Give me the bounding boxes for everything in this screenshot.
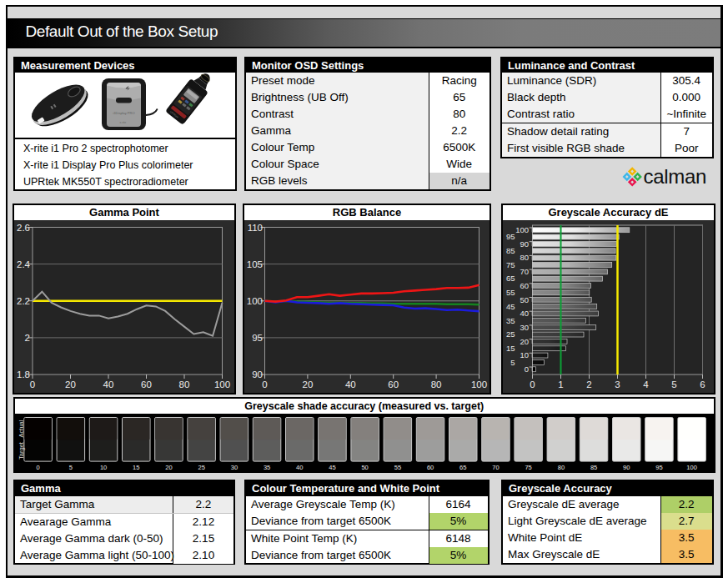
svg-text:5: 5: [68, 463, 72, 470]
svg-text:0: 0: [262, 379, 267, 390]
svg-text:55: 55: [394, 463, 400, 470]
svg-text:2.6: 2.6: [17, 223, 30, 233]
svg-text:95: 95: [506, 232, 515, 241]
svg-text:75: 75: [506, 260, 515, 269]
svg-text:70: 70: [492, 463, 499, 470]
svg-text:90: 90: [520, 239, 529, 249]
svg-text:100: 100: [214, 379, 230, 390]
svg-text:65: 65: [459, 463, 466, 470]
svg-text:20: 20: [520, 337, 529, 346]
svg-text:60: 60: [520, 281, 529, 290]
svg-text:75: 75: [525, 463, 531, 470]
svg-text:i1Display PRO: i1Display PRO: [113, 111, 135, 115]
svg-text:70: 70: [520, 267, 529, 276]
svg-text:x-rite: x-rite: [120, 121, 127, 124]
svg-text:45: 45: [329, 463, 335, 470]
svg-text:0: 0: [36, 463, 39, 470]
svg-text:85: 85: [506, 246, 515, 255]
svg-text:6: 6: [700, 379, 705, 390]
svg-text:80: 80: [431, 379, 442, 390]
svg-text:90: 90: [623, 463, 630, 470]
svg-text:Target: Target: [17, 441, 24, 460]
svg-text:30: 30: [520, 323, 529, 332]
svg-text:0: 0: [525, 364, 529, 374]
svg-text:calman: calman: [644, 166, 707, 188]
svg-text:100: 100: [686, 463, 697, 470]
svg-text:0: 0: [30, 379, 35, 390]
svg-text:110: 110: [248, 223, 263, 233]
svg-text:90: 90: [252, 369, 263, 379]
svg-text:80: 80: [520, 253, 529, 262]
svg-text:2.4: 2.4: [17, 259, 31, 269]
svg-text:1: 1: [558, 379, 563, 390]
svg-text:10: 10: [99, 463, 106, 470]
svg-text:20: 20: [65, 379, 76, 390]
svg-text:1.8: 1.8: [17, 369, 30, 379]
svg-text:40: 40: [296, 463, 303, 470]
svg-text:60: 60: [141, 379, 152, 390]
svg-text:4: 4: [643, 379, 649, 390]
svg-text:25: 25: [506, 329, 515, 339]
svg-text:25: 25: [198, 463, 204, 470]
svg-text:50: 50: [361, 463, 368, 470]
svg-text:80: 80: [557, 463, 564, 470]
svg-text:45: 45: [506, 302, 515, 311]
svg-text:65: 65: [506, 274, 515, 283]
svg-text:100: 100: [515, 225, 529, 234]
svg-text:2: 2: [586, 379, 591, 390]
svg-text:60: 60: [426, 463, 433, 470]
svg-text:85: 85: [590, 463, 596, 470]
svg-text:2.2: 2.2: [17, 296, 30, 306]
svg-text:105: 105: [247, 259, 263, 269]
svg-text:100: 100: [247, 296, 263, 306]
svg-text:15: 15: [133, 463, 139, 470]
svg-text:95: 95: [655, 463, 662, 470]
svg-text:40: 40: [345, 379, 356, 390]
svg-text:5: 5: [510, 358, 515, 367]
svg-text:80: 80: [179, 379, 190, 390]
svg-text:95: 95: [252, 333, 263, 343]
svg-text:20: 20: [165, 463, 172, 470]
svg-text:2: 2: [25, 333, 30, 343]
svg-text:5: 5: [671, 379, 676, 390]
svg-text:55: 55: [506, 288, 515, 297]
svg-text:10: 10: [520, 350, 529, 359]
svg-text:3: 3: [615, 379, 620, 390]
svg-text:40: 40: [520, 309, 529, 318]
svg-text:20: 20: [303, 379, 314, 390]
svg-text:60: 60: [388, 379, 399, 390]
svg-text:40: 40: [103, 379, 114, 390]
svg-text:Actual: Actual: [17, 420, 24, 437]
svg-text:35: 35: [506, 316, 515, 325]
svg-text:0: 0: [530, 379, 535, 390]
svg-text:30: 30: [230, 463, 237, 470]
svg-text:35: 35: [263, 463, 269, 470]
svg-text:15: 15: [506, 344, 515, 353]
svg-text:50: 50: [520, 295, 529, 304]
svg-text:100: 100: [471, 379, 487, 390]
